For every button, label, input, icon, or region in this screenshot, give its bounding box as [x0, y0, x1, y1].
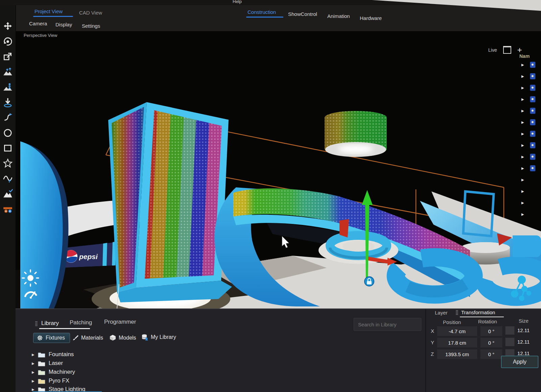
- tab-project-view[interactable]: Project View: [34, 8, 63, 14]
- expander-icon[interactable]: ▶: [521, 63, 524, 67]
- library-tab-fixtures[interactable]: Fixtures: [33, 333, 70, 343]
- add-icon[interactable]: +: [517, 47, 522, 53]
- outliner-row[interactable]: ▶: [519, 59, 541, 70]
- led-tower[interactable]: [108, 102, 232, 308]
- outliner-panel-truncated: Nam ▶ ▶ ▶ ▶ ▶ ▶ ▶ ▶ ▶ ▶ ▶ ▶ ▶ ▶: [519, 53, 541, 243]
- rotation-x-field[interactable]: 0 °: [480, 326, 502, 336]
- pepsi-logo-text: pepsi: [79, 253, 98, 260]
- tab-showcontrol[interactable]: ShowControl: [288, 11, 317, 17]
- tab-programmer[interactable]: Programmer: [104, 319, 136, 325]
- rotation-z-field[interactable]: 0 °: [480, 349, 502, 359]
- viewport-topright-controls: Live +: [488, 46, 522, 54]
- expander-icon[interactable]: ▶: [521, 120, 524, 124]
- outliner-row[interactable]: ▶: [519, 151, 541, 162]
- drop-to-floor-tool-icon[interactable]: [3, 97, 13, 108]
- size-x-value[interactable]: 12.11: [517, 327, 530, 333]
- expander-icon[interactable]: ▶: [521, 178, 524, 182]
- rotation-x-step-button[interactable]: [505, 326, 515, 335]
- column-header-rotation: Rotation: [478, 319, 497, 324]
- outliner-row[interactable]: ▶: [519, 139, 541, 151]
- tree-item-fountains[interactable]: ▶ Fountains: [32, 351, 74, 358]
- spline-tool-icon[interactable]: [3, 113, 13, 123]
- rectangle-tool-icon[interactable]: [3, 143, 13, 153]
- terrain-figure-tool-icon[interactable]: [3, 82, 13, 92]
- outliner-row[interactable]: ▶: [519, 128, 541, 139]
- move-tool-icon[interactable]: [3, 21, 13, 31]
- tree-item-pyro-fx[interactable]: ▶ Pyro FX: [32, 377, 69, 384]
- rotation-y-step-button[interactable]: [505, 338, 515, 346]
- expander-icon[interactable]: ▶: [32, 362, 34, 365]
- outliner-row[interactable]: ▶: [519, 174, 541, 185]
- apply-button[interactable]: Apply: [501, 356, 538, 368]
- expander-icon[interactable]: ▶: [32, 388, 34, 391]
- ellipse-tool-icon[interactable]: [3, 128, 13, 138]
- size-z-value[interactable]: 12.11: [517, 350, 530, 356]
- tab-display[interactable]: Display: [55, 22, 72, 27]
- outliner-row[interactable]: ▶: [519, 105, 541, 116]
- star-tool-icon[interactable]: [3, 158, 13, 168]
- outliner-row[interactable]: ▶: [519, 197, 541, 208]
- tab-library[interactable]: Library: [41, 320, 59, 327]
- expander-icon[interactable]: ▶: [32, 353, 34, 356]
- expander-icon[interactable]: ▶: [521, 97, 524, 101]
- 3d-viewport[interactable]: pepsi: [16, 31, 541, 308]
- terrain-check-tool-icon[interactable]: [3, 189, 13, 199]
- curve-function-tool-icon[interactable]: [3, 174, 13, 184]
- library-tab-materials[interactable]: Materials: [72, 335, 103, 341]
- outliner-row[interactable]: ▶: [519, 162, 541, 174]
- tree-item-label: Pyro FX: [49, 377, 69, 384]
- expander-icon[interactable]: ▶: [32, 379, 34, 383]
- tab-construction[interactable]: Construction: [248, 9, 276, 15]
- size-y-value[interactable]: 12.11: [517, 339, 530, 345]
- expander-icon[interactable]: ▶: [32, 370, 34, 374]
- expander-icon[interactable]: ▶: [521, 109, 524, 113]
- position-x-field[interactable]: -4.7 cm: [437, 326, 477, 336]
- rotation-y-field[interactable]: 0 °: [480, 338, 502, 348]
- panel-grip-icon[interactable]: [35, 321, 38, 327]
- led-drum[interactable]: [325, 111, 387, 157]
- outliner-row[interactable]: ▶: [519, 82, 541, 93]
- expander-icon[interactable]: ▶: [521, 86, 524, 90]
- search-input[interactable]: [354, 321, 426, 328]
- lock-icon[interactable]: [364, 277, 374, 286]
- position-z-field[interactable]: 1393.5 cm: [437, 349, 477, 359]
- position-y-field[interactable]: 17.8 cm: [437, 338, 477, 348]
- tab-layer[interactable]: Layer: [435, 310, 448, 316]
- outliner-row[interactable]: ▶: [519, 116, 541, 128]
- float-window-icon[interactable]: [503, 46, 511, 54]
- terrain-raise-tool-icon[interactable]: [3, 67, 13, 77]
- panel-divider: [425, 309, 426, 392]
- tab-cad-view[interactable]: CAD View: [79, 10, 102, 16]
- outliner-row[interactable]: ▶: [519, 185, 541, 197]
- expander-icon[interactable]: ▶: [521, 132, 524, 136]
- tab-patching[interactable]: Patching: [70, 319, 92, 326]
- expander-icon[interactable]: ▶: [521, 155, 524, 159]
- tab-animation[interactable]: Animation: [327, 13, 350, 19]
- screen-export-tool-icon[interactable]: [3, 52, 13, 62]
- menu-item-help[interactable]: Help: [233, 0, 242, 4]
- outliner-row[interactable]: ▶: [519, 70, 541, 82]
- sun-icon[interactable]: [22, 270, 39, 286]
- library-tab-my-library[interactable]: My Library: [141, 334, 176, 341]
- truss-gears-tool-icon[interactable]: [3, 204, 13, 214]
- fixture-chip-icon: [530, 131, 536, 137]
- tree-item-machinery[interactable]: ▶ Machinery: [32, 369, 75, 375]
- tab-settings[interactable]: Settings: [82, 23, 100, 29]
- tree-item-laser[interactable]: ▶ Laser: [32, 360, 63, 367]
- orbit-tool-icon[interactable]: [3, 37, 13, 47]
- expander-icon[interactable]: ▶: [521, 212, 524, 216]
- tab-camera[interactable]: Camera: [29, 21, 47, 26]
- tab-hardware[interactable]: Hardware: [360, 15, 382, 21]
- live-label[interactable]: Live: [488, 47, 497, 53]
- panel-grip-icon[interactable]: [456, 310, 458, 316]
- expander-icon[interactable]: ▶: [521, 143, 524, 147]
- expander-icon[interactable]: ▶: [521, 74, 524, 78]
- outliner-row[interactable]: ▶: [519, 93, 541, 105]
- tab-transformation[interactable]: Transformation: [461, 309, 495, 315]
- library-tab-models[interactable]: Models: [110, 335, 136, 341]
- outliner-row[interactable]: ▶: [519, 208, 541, 220]
- expander-icon[interactable]: ▶: [521, 166, 524, 170]
- ring-platform[interactable]: [319, 235, 398, 264]
- expander-icon[interactable]: ▶: [521, 189, 524, 193]
- expander-icon[interactable]: ▶: [521, 201, 524, 205]
